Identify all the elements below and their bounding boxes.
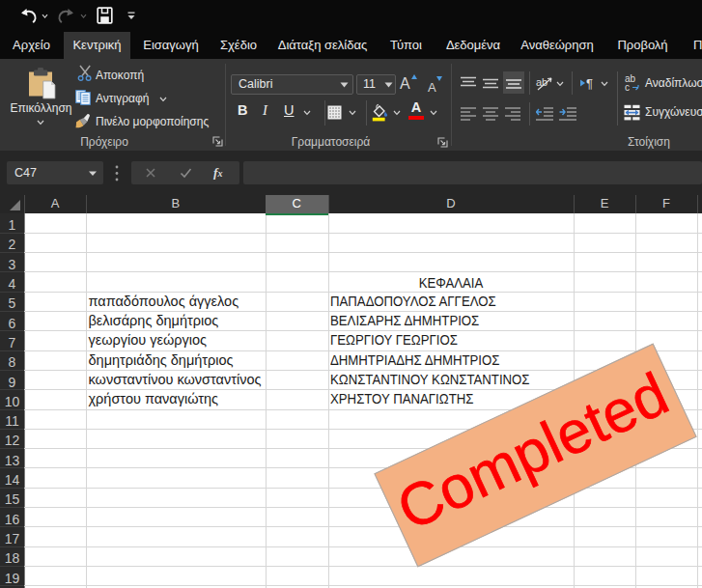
- svg-text:¶: ¶: [586, 76, 593, 91]
- svg-text:c: c: [625, 82, 630, 92]
